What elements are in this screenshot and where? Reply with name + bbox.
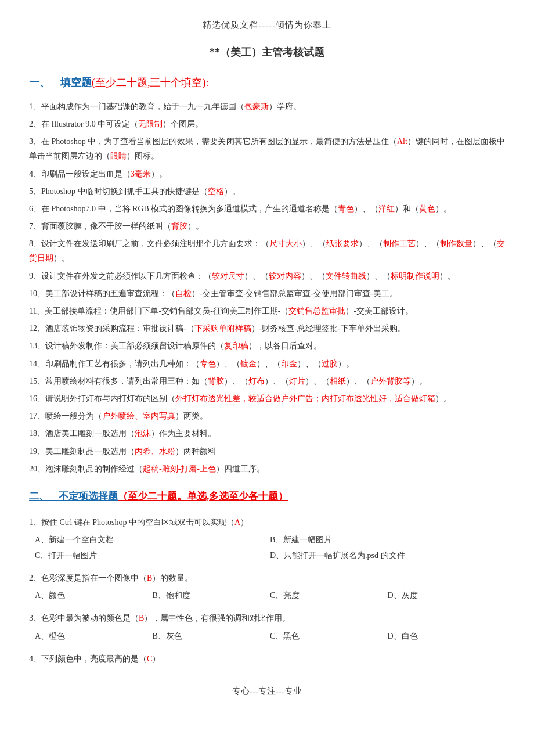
mc-q3-text: 3、色彩中最为被动的颜色是（B），属中性色，有很强的调和对比作用。	[29, 611, 505, 625]
mc-q2-optC: C、亮度	[270, 588, 388, 603]
section1-questions: 1、平面构成作为一门基础课的教育，始于一九一九年德国（包豪斯）学府。 2、在 I…	[29, 99, 505, 476]
section2: 二、 不定项选择题（至少二十题。单选,多选至少各十题） 1、按住 Ctrl 键在…	[29, 488, 505, 666]
q14: 14、印刷品制作工艺有很多，请列出几种如：（专色）、（镀金）、（印金）、（过胶）…	[29, 357, 505, 371]
header-divider	[29, 37, 505, 37]
mc-q4: 4、下列颜色中，亮度最高的是（C）	[29, 651, 505, 666]
mc-q2-optD: D、灰度	[388, 588, 506, 603]
q11: 11、美工部接单流程：使用部门下单-交销售部文员-征询美工制作工期-（交销售总监…	[29, 304, 505, 318]
exam-title-text: **（美工）主管考核试题	[210, 46, 324, 58]
section1: 一、 填空题(至少二十题,三十个填空): 1、平面构成作为一门基础课的教育，始于…	[29, 73, 505, 476]
q13: 13、设计稿外发制作：美工部必须须留设计稿原件的（复印稿），以各日后查对。	[29, 339, 505, 353]
section2-title-text: 不定项选择题	[59, 491, 118, 502]
mc-q2: 2、色彩深度是指在一个图像中（B）的数量。 A、颜色 B、饱和度 C、亮度 D、…	[29, 571, 505, 603]
exam-title: **（美工）主管考核试题	[29, 43, 505, 62]
q20: 20、泡沫雕刻制品的制作经过（起稿-雕刻-打磨-上色）四道工序。	[29, 462, 505, 476]
q15: 15、常用喷绘材料有很多，请列出常用三种：如（背胶）、（灯布）、（灯片）、（相纸…	[29, 374, 505, 388]
header-title: 精选优质文档-----倾情为你奉上	[203, 20, 331, 30]
section1-label: 一、	[29, 77, 50, 88]
mc-q1-optB: B、新建一幅图片	[270, 532, 505, 547]
section1-highlight: (至少二十题,三十个填空):	[92, 77, 209, 88]
section2-label: 二、	[29, 491, 49, 502]
mc-q3-optA: A、橙色	[35, 629, 153, 643]
section2-highlight: （至少二十题。单选,多选至少各十题）	[118, 491, 288, 502]
mc-q3-optC: C、黑色	[270, 629, 388, 643]
q3: 3、在 Photoshop 中，为了查看当前图层的效果，需要关闭其它所有图层的显…	[29, 134, 505, 163]
mc-q1: 1、按住 Ctrl 键在 Photoshop 中的空白区域双击可以实现（A） A…	[29, 515, 505, 563]
page-header: 精选优质文档-----倾情为你奉上	[29, 17, 505, 33]
q2: 2、在 Illustrator 9.0 中可设定（无限制）个图层。	[29, 117, 505, 131]
q17: 17、喷绘一般分为（户外喷绘、室内写真）两类。	[29, 409, 505, 423]
q7: 7、背面覆胶膜，像不干胶一样的纸叫（背胶）。	[29, 219, 505, 233]
mc-q1-optA: A、新建一个空白文档	[35, 532, 270, 547]
section1-title-text: 填空题	[60, 77, 92, 88]
mc-q2-text: 2、色彩深度是指在一个图像中（B）的数量。	[29, 571, 505, 585]
mc-q3-optB: B、灰色	[153, 629, 270, 643]
q8: 8、设计文件在发送印刷厂之前，文件必须注明那个几方面要求：（尺寸大小）、（纸张要…	[29, 236, 505, 265]
q6: 6、在 Photoshop7.0 中，当将 RGB 模式的图像转换为多通道模式，…	[29, 201, 505, 216]
q16: 16、请说明外打灯布与内打灯布的区别（外打灯布透光性差，较适合做户外广告；内打灯…	[29, 391, 505, 406]
q1: 1、平面构成作为一门基础课的教育，始于一九一九年德国（包豪斯）学府。	[29, 99, 505, 114]
mc-q1-text: 1、按住 Ctrl 键在 Photoshop 中的空白区域双击可以实现（A）	[29, 515, 505, 530]
q19: 19、美工雕刻制品一般选用（丙希、水粉）两种颜料	[29, 444, 505, 459]
mc-q1-optD: D、只能打开一幅扩展名为.psd 的文件	[270, 548, 505, 563]
q10: 10、美工部设计样稿的五遍审查流程：（自检）-交主管审查-交销售部总监审查-交使…	[29, 286, 505, 301]
mc-q2-optB: B、饱和度	[153, 588, 270, 603]
q12: 12、酒店装饰物资的采购流程：审批设计稿-（下采购单附样稿）-财务核查-总经理签…	[29, 321, 505, 336]
mc-q1-optC: C、打开一幅图片	[35, 548, 270, 563]
section2-questions: 1、按住 Ctrl 键在 Photoshop 中的空白区域双击可以实现（A） A…	[29, 515, 505, 667]
footer: 专心---专注---专业	[29, 683, 505, 699]
mc-q2-optA: A、颜色	[35, 588, 153, 603]
q4: 4、印刷品一般设定出血是（3毫米）。	[29, 167, 505, 181]
section2-title: 二、 不定项选择题（至少二十题。单选,多选至少各十题）	[29, 488, 505, 506]
q5: 5、Photoshop 中临时切换到抓手工具的快捷键是（空格）。	[29, 184, 505, 199]
q9: 9、设计文件在外发之前必须作以下几方面检查：（较对尺寸）、（较对内容）、（文件转…	[29, 269, 505, 283]
mc-q3: 3、色彩中最为被动的颜色是（B），属中性色，有很强的调和对比作用。 A、橙色 B…	[29, 611, 505, 643]
q18: 18、酒店美工雕刻一般选用（泡沫）作为主要材料。	[29, 426, 505, 441]
section1-title: 一、 填空题(至少二十题,三十个填空):	[29, 73, 505, 92]
mc-q3-optD: D、白色	[388, 629, 506, 643]
mc-q4-text: 4、下列颜色中，亮度最高的是（C）	[29, 651, 505, 666]
footer-text: 专心---专注---专业	[232, 686, 302, 696]
